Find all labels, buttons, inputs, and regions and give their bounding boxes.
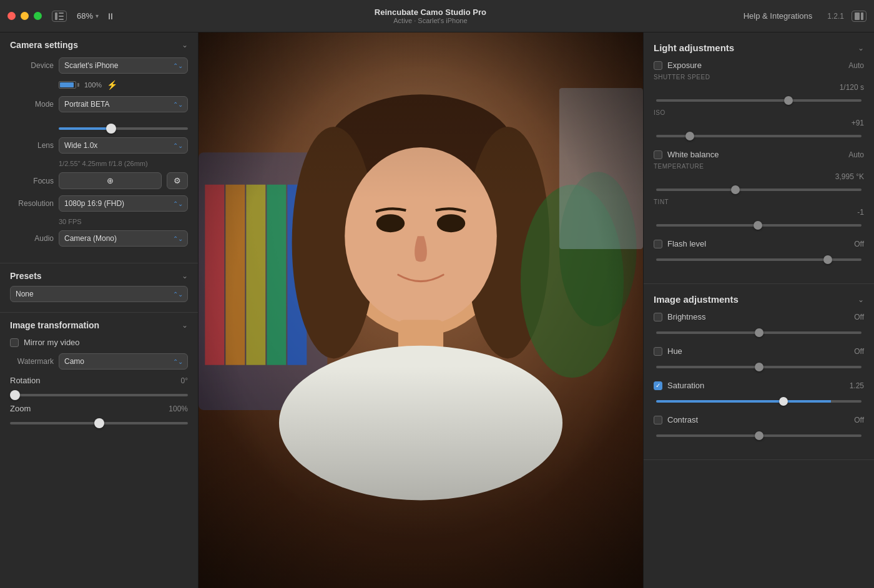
mode-slider[interactable] (59, 127, 188, 130)
mode-select-wrapper: Portrait BETA (59, 96, 188, 112)
lens-select[interactable]: Wide 1.0x (59, 137, 188, 154)
white-balance-value: Auto (848, 150, 864, 159)
mode-label: Mode (10, 100, 54, 109)
contrast-checkbox[interactable] (654, 416, 662, 424)
resolution-select[interactable]: 1080p 16:9 (FHD) (59, 195, 188, 212)
app-title: Reincubate Camo Studio Pro (375, 7, 486, 17)
tint-value: -1 (857, 208, 864, 217)
contrast-slider[interactable] (656, 434, 862, 437)
svg-point-23 (521, 185, 624, 378)
app-subtitle: Active · Scarlet's iPhone (393, 17, 467, 24)
svg-rect-12 (267, 185, 286, 365)
svg-rect-1 (59, 12, 64, 14)
layout-toggle-icon[interactable] (852, 11, 867, 22)
saturation-slider-row (654, 394, 864, 405)
watermark-select[interactable]: Camo (59, 353, 188, 370)
svg-point-15 (325, 94, 516, 210)
temperature-value: 3,995 °K (835, 172, 864, 181)
image-transformation-header[interactable]: Image transformation ⌄ (0, 313, 198, 335)
white-balance-checkbox[interactable] (654, 150, 662, 159)
saturation-slider[interactable] (656, 400, 862, 403)
zoom-chevron-icon: ▾ (96, 12, 99, 19)
light-adjustments-section: Light adjustments ⌄ Exposure Auto SHUTTE… (644, 32, 874, 284)
svg-rect-13 (287, 185, 307, 365)
rotation-slider[interactable] (10, 394, 188, 396)
focus-row: Focus ⊕ ⚙ (10, 172, 188, 189)
sidebar-toggle-icon[interactable] (52, 11, 67, 22)
brightness-name: Brightness (667, 312, 705, 321)
hue-item: Hue Off (654, 346, 864, 371)
image-transformation-section: Image transformation ⌄ Mirror my video W… (0, 312, 198, 437)
minimize-button[interactable] (21, 12, 29, 20)
svg-point-24 (559, 172, 637, 326)
audio-select[interactable]: Camera (Mono) (59, 230, 188, 247)
contrast-left: Contrast (654, 415, 698, 424)
hue-checkbox[interactable] (654, 347, 662, 356)
device-select-wrapper: Scarlet's iPhone (59, 57, 188, 74)
fullscreen-button[interactable] (34, 12, 42, 20)
flash-level-checkbox[interactable] (654, 240, 662, 248)
svg-rect-11 (246, 185, 265, 365)
zoom-control[interactable]: 68% ▾ (77, 11, 99, 21)
camera-feed (199, 32, 643, 588)
device-label: Device (10, 61, 54, 70)
saturation-value: 1.25 (850, 381, 864, 390)
camera-settings-title: Camera settings (10, 40, 78, 50)
close-button[interactable] (7, 12, 16, 20)
presets-select[interactable]: None (10, 286, 188, 302)
zoom-label: Zoom (10, 404, 31, 413)
svg-rect-0 (55, 12, 57, 20)
focus-controls: ⊕ ⚙ (59, 172, 188, 189)
svg-point-14 (327, 110, 514, 336)
flash-level-slider[interactable] (656, 258, 862, 261)
temperature-slider[interactable] (656, 189, 862, 191)
presets-header[interactable]: Presets ⌄ (0, 263, 198, 286)
light-adjustments-header: Light adjustments ⌄ (654, 42, 864, 53)
pause-button[interactable]: ⏸ (104, 9, 117, 23)
brightness-checkbox[interactable] (654, 313, 662, 321)
mode-row: Mode Portrait BETA (10, 96, 188, 112)
image-adjustments-chevron-icon: ⌄ (858, 295, 864, 304)
battery-icon (59, 81, 79, 89)
iso-slider[interactable] (656, 135, 862, 137)
svg-rect-10 (225, 185, 245, 365)
zoom-slider[interactable] (10, 422, 188, 424)
svg-rect-2 (59, 16, 64, 17)
light-adjustments-chevron-icon: ⌄ (858, 44, 864, 52)
svg-point-22 (279, 346, 562, 501)
shutter-speed-label: SHUTTER SPEED (654, 74, 864, 81)
battery-row: 100% ⚡ (10, 80, 188, 90)
image-transformation-title: Image transformation (10, 320, 99, 330)
image-transformation-content: Mirror my video Watermark Camo Rotation … (0, 335, 198, 437)
brightness-slider[interactable] (656, 331, 862, 334)
camera-settings-header[interactable]: Camera settings ⌄ (0, 32, 198, 55)
shutter-speed-slider[interactable] (656, 99, 862, 102)
exposure-checkbox[interactable] (654, 61, 662, 70)
hue-slider[interactable] (656, 366, 862, 368)
svg-rect-21 (398, 320, 443, 371)
exposure-name: Exposure (667, 61, 702, 70)
device-select[interactable]: Scarlet's iPhone (59, 57, 188, 74)
presets-chevron-icon: ⌄ (182, 272, 188, 280)
white-balance-name: White balance (667, 150, 719, 159)
presets-select-row: None (0, 286, 198, 312)
exposure-left: Exposure (654, 61, 702, 70)
lens-info: 1/2.55" 4.25mm f/1.8 (26mm) (10, 160, 188, 167)
mirror-checkbox[interactable] (10, 338, 19, 347)
presets-section: Presets ⌄ None (0, 263, 198, 312)
tint-slider[interactable] (656, 224, 862, 227)
rotation-row: Rotation 0° (10, 376, 188, 385)
focus-settings-button[interactable]: ⚙ (167, 172, 188, 189)
focus-af-button[interactable]: ⊕ (59, 172, 162, 189)
svg-rect-6 (199, 32, 643, 588)
svg-point-16 (292, 127, 376, 358)
camera-settings-content: Device Scarlet's iPhone 100% ⚡ (0, 55, 198, 263)
saturation-checkbox[interactable]: ✓ (654, 381, 662, 390)
mirror-label: Mirror my video (24, 338, 80, 347)
version-label: 1.2.1 (827, 12, 844, 21)
svg-rect-7 (199, 32, 643, 588)
help-button[interactable]: Help & Integrations (744, 11, 813, 21)
lens-row: Lens Wide 1.0x (10, 137, 188, 154)
mode-select[interactable]: Portrait BETA (59, 96, 188, 112)
exposure-value: Auto (848, 61, 864, 70)
